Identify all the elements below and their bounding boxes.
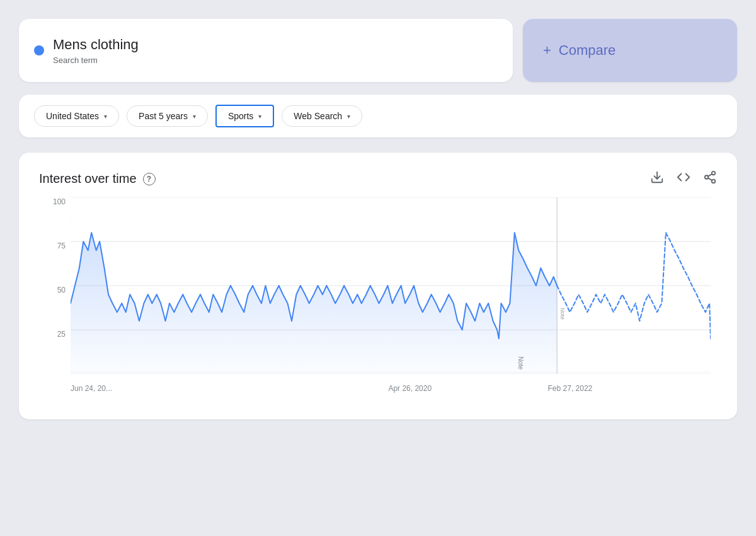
filter-category[interactable]: Sports ▾ <box>215 105 274 127</box>
chevron-down-icon: ▾ <box>193 113 196 120</box>
embed-icon[interactable] <box>677 170 690 187</box>
filter-search-type[interactable]: Web Search ▾ <box>282 105 362 127</box>
svg-line-4 <box>708 178 712 180</box>
filter-region[interactable]: United States ▾ <box>34 105 119 127</box>
chart-title-group: Interest over time ? <box>39 172 156 186</box>
y-axis: 100 75 50 25 <box>39 197 71 374</box>
search-term-card: Mens clothing Search term <box>19 19 513 82</box>
chart-main-svg: Note <box>71 197 711 374</box>
x-label-mid: Apr 26, 2020 <box>388 384 432 393</box>
compare-plus-icon: + <box>543 42 551 59</box>
y-label-100: 100 <box>39 197 71 206</box>
y-label-50: 50 <box>39 286 71 294</box>
share-icon[interactable] <box>703 170 717 187</box>
x-axis: Jun 24, 20... Apr 26, 2020 Feb 27, 2022 … <box>71 384 711 393</box>
search-term-title: Mens clothing <box>53 36 139 54</box>
chevron-down-icon: ▾ <box>347 113 350 120</box>
search-term-text: Mens clothing Search term <box>53 36 139 65</box>
x-label-end: Feb 27, 2022 <box>548 384 593 393</box>
filter-time[interactable]: Past 5 years ▾ <box>127 105 208 127</box>
svg-line-5 <box>708 174 712 177</box>
chart-card: Interest over time ? <box>19 153 737 419</box>
chart-header: Interest over time ? <box>39 170 717 187</box>
chart-actions <box>650 170 717 187</box>
y-label-25: 25 <box>39 330 71 339</box>
filter-region-label: United States <box>46 111 99 121</box>
chart-title: Interest over time <box>39 172 137 186</box>
chevron-down-icon: ▾ <box>104 113 107 120</box>
search-term-dot <box>34 45 44 55</box>
compare-card[interactable]: + Compare <box>523 19 737 82</box>
svg-text:Note: Note <box>559 308 566 320</box>
chevron-down-icon: ▾ <box>258 113 261 120</box>
download-icon[interactable] <box>650 170 664 187</box>
filter-time-label: Past 5 years <box>139 111 188 121</box>
chart-container: 100 75 50 25 Note <box>39 197 717 399</box>
help-icon[interactable]: ? <box>143 173 156 185</box>
filter-search-type-label: Web Search <box>294 111 342 121</box>
x-label-start: Jun 24, 20... <box>71 384 112 393</box>
top-section: Mens clothing Search term + Compare <box>19 19 737 82</box>
compare-label: Compare <box>559 42 616 59</box>
help-icon-label: ? <box>147 175 151 184</box>
search-term-subtitle: Search term <box>53 55 139 65</box>
y-label-75: 75 <box>39 242 71 250</box>
chart-drawing-area: Note <box>71 197 711 374</box>
filter-category-label: Sports <box>228 111 253 121</box>
filters-section: United States ▾ Past 5 years ▾ Sports ▾ … <box>19 95 737 137</box>
